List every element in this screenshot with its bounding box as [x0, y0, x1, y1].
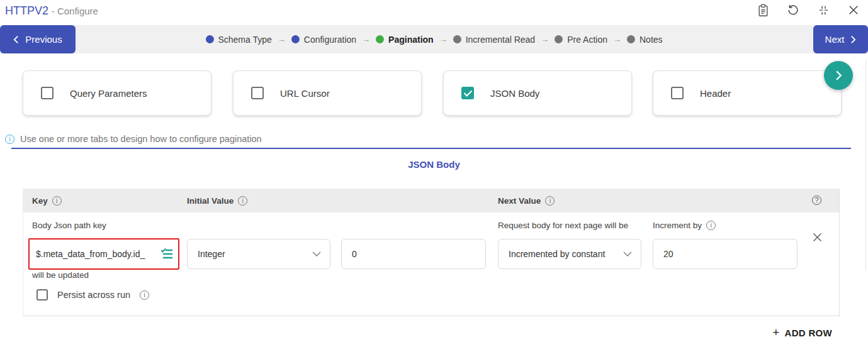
initial-value-type-select[interactable]: Integer — [187, 239, 330, 269]
tab-label: Query Parameters — [70, 88, 147, 99]
next-value-type-select[interactable]: Incremented by constant — [498, 239, 641, 269]
initial-value-field — [341, 239, 486, 269]
wizard-stepper: Schema Type → Configuration → Pagination… — [205, 35, 662, 45]
step-dot — [453, 35, 461, 43]
tab-card-header[interactable]: Header — [653, 70, 842, 116]
column-header-initial-value: Initial Value — [187, 189, 247, 212]
info-icon[interactable] — [238, 196, 247, 206]
column-label: Next Value — [498, 196, 541, 206]
hint-text: Use one or more tabs to design how to co… — [20, 134, 262, 144]
step-label: Pre Action — [567, 35, 607, 45]
wizard-toolbar: Previous Schema Type → Configuration → P… — [0, 25, 868, 53]
key-input-highlight — [28, 238, 179, 270]
titlebar: HTTPV2 - Configure — [0, 0, 868, 24]
increment-by-field — [653, 239, 798, 269]
json-body-checkbox[interactable] — [461, 87, 474, 99]
info-icon[interactable] — [545, 196, 555, 206]
tab-label: URL Cursor — [280, 88, 330, 99]
step-label: Notes — [640, 35, 663, 45]
connector-name: HTTPV2 — [5, 4, 48, 17]
chevron-right-icon — [835, 70, 842, 80]
next-button[interactable]: Next — [813, 25, 868, 53]
help-icon[interactable] — [812, 196, 821, 205]
titlebar-actions — [756, 3, 860, 17]
arrow-separator: → — [278, 35, 286, 44]
json-body-table: Key Initial Value Next Value Body Json p… — [23, 189, 840, 316]
step-notes[interactable]: Notes — [627, 35, 663, 45]
close-icon[interactable] — [847, 3, 860, 17]
plus-icon: + — [772, 326, 779, 339]
column-label: Initial Value — [187, 196, 234, 206]
step-dot — [627, 35, 635, 43]
chevron-down-icon — [312, 251, 321, 256]
info-icon — [5, 135, 14, 144]
chevron-down-icon — [623, 251, 632, 256]
previous-button[interactable]: Previous — [0, 25, 76, 53]
increment-by-label: Increment by — [653, 221, 716, 230]
arrow-separator: → — [439, 35, 448, 44]
selected-option: Integer — [198, 249, 225, 259]
info-icon[interactable] — [140, 290, 149, 300]
add-row-label: ADD ROW — [785, 328, 832, 338]
arrow-separator: → — [613, 35, 621, 44]
persist-across-run-row: Persist across run — [37, 289, 149, 301]
collapse-icon[interactable] — [816, 3, 830, 17]
step-pre-action[interactable]: Pre Action — [555, 35, 607, 45]
reset-icon[interactable] — [786, 3, 800, 17]
tab-card-url-cursor[interactable]: URL Cursor — [233, 70, 422, 116]
persist-label: Persist across run — [57, 290, 130, 300]
persist-checkbox[interactable] — [37, 289, 48, 301]
initial-value-input[interactable] — [342, 240, 485, 268]
column-header-key: Key — [32, 189, 62, 212]
step-label: Incremental Read — [466, 35, 536, 45]
pagination-hint: Use one or more tabs to design how to co… — [5, 134, 262, 144]
step-dot — [555, 35, 563, 43]
column-label: Key — [32, 196, 48, 206]
header-checkbox[interactable] — [671, 87, 684, 99]
scroll-tabs-right-button[interactable] — [824, 61, 853, 90]
step-configuration[interactable]: Configuration — [291, 35, 356, 45]
step-incremental-read[interactable]: Incremental Read — [453, 35, 536, 45]
url-cursor-checkbox[interactable] — [251, 87, 264, 99]
step-dot — [205, 35, 213, 43]
step-dot — [291, 35, 300, 43]
increment-by-input[interactable] — [653, 240, 797, 268]
section-divider — [11, 148, 851, 149]
key-field-label: Body Json path key — [32, 221, 106, 230]
selected-option: Incremented by constant — [509, 249, 605, 259]
previous-label: Previous — [25, 34, 62, 45]
tab-label: Header — [700, 88, 731, 99]
step-dot — [376, 35, 384, 43]
section-title: JSON Body — [0, 159, 868, 170]
info-icon[interactable] — [706, 221, 716, 230]
delete-row-icon[interactable] — [810, 230, 824, 244]
tab-card-json-body[interactable]: JSON Body — [443, 70, 632, 116]
label-text: Increment by — [653, 221, 702, 230]
tab-label: JSON Body — [490, 88, 539, 99]
arrow-separator: → — [362, 35, 370, 44]
dialog-title: HTTPV2 - Configure — [5, 4, 98, 18]
dialog-subtitle: - Configure — [52, 6, 98, 16]
clipboard-icon[interactable] — [756, 3, 770, 17]
json-path-picker-icon[interactable] — [161, 248, 174, 260]
info-icon[interactable] — [52, 196, 62, 206]
step-pagination[interactable]: Pagination — [376, 35, 434, 45]
chevron-left-icon — [13, 35, 19, 44]
next-label: Next — [825, 34, 845, 45]
arrow-separator: → — [541, 35, 549, 44]
step-label: Schema Type — [218, 35, 271, 45]
key-field-suffix: will be updated — [32, 270, 89, 280]
table-header: Key Initial Value Next Value — [23, 189, 839, 212]
add-row-button[interactable]: + ADD ROW — [772, 326, 832, 339]
column-header-next-value: Next Value — [498, 189, 555, 212]
tab-card-query-parameters[interactable]: Query Parameters — [23, 70, 211, 116]
query-parameters-checkbox[interactable] — [41, 87, 54, 99]
key-input[interactable] — [30, 249, 159, 259]
step-label: Pagination — [388, 35, 434, 45]
step-schema-type[interactable]: Schema Type — [205, 35, 271, 45]
step-label: Configuration — [304, 35, 356, 45]
chevron-right-icon — [850, 35, 856, 44]
next-value-field-label: Request body for next page will be — [498, 221, 628, 230]
